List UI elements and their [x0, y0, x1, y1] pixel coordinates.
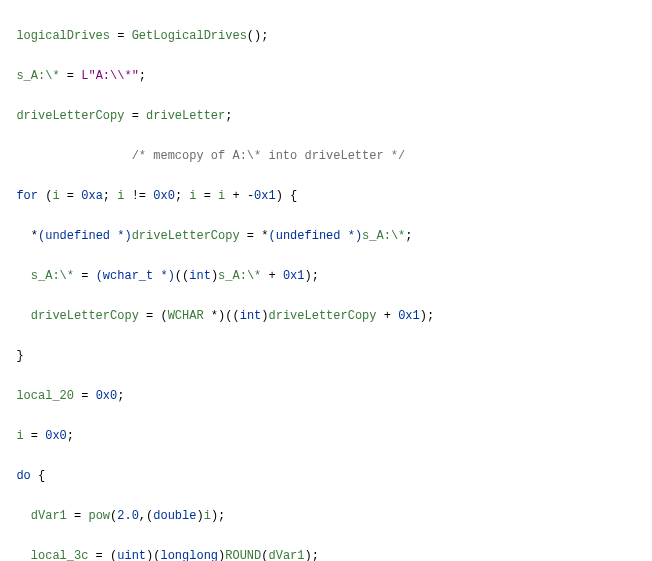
- string-literal: L"A:\\*": [81, 69, 139, 83]
- code-line: dVar1 = pow(2.0,(double)i);: [2, 506, 652, 526]
- code-line: do {: [2, 466, 652, 486]
- code-line: local_3c = (uint)(longlong)ROUND(dVar1);: [2, 546, 652, 561]
- ident: s_A:\*: [16, 69, 59, 83]
- code-line: i = 0x0;: [2, 426, 652, 446]
- code-line: for (i = 0xa; i != 0x0; i = i + -0x1) {: [2, 186, 652, 206]
- code-line: driveLetterCopy = (WCHAR *)((int)driveLe…: [2, 306, 652, 326]
- code-line: s_A:\* = (wchar_t *)((int)s_A:\* + 0x1);: [2, 266, 652, 286]
- keyword: for: [16, 189, 38, 203]
- keyword: do: [16, 469, 30, 483]
- ident: driveLetterCopy: [16, 109, 124, 123]
- code-line: logicalDrives = GetLogicalDrives();: [2, 26, 652, 46]
- code-line: /* memcopy of A:\* into driveLetter */: [2, 146, 652, 166]
- cast: (undefined *): [268, 229, 362, 243]
- ident: logicalDrives: [16, 29, 110, 43]
- cast: (wchar_t *): [96, 269, 175, 283]
- code-line: s_A:\* = L"A:\\*";: [2, 66, 652, 86]
- code-line: driveLetterCopy = driveLetter;: [2, 106, 652, 126]
- code-line: }: [2, 346, 652, 366]
- code-line: *(undefined *)driveLetterCopy = *(undefi…: [2, 226, 652, 246]
- code-line: local_20 = 0x0;: [2, 386, 652, 406]
- ident: GetLogicalDrives: [132, 29, 247, 43]
- ident: driveLetter: [146, 109, 225, 123]
- cast: (undefined *): [38, 229, 132, 243]
- comment: /* memcopy of A:\* into driveLetter */: [132, 149, 406, 163]
- decompiled-code-block: logicalDrives = GetLogicalDrives(); s_A:…: [0, 0, 652, 561]
